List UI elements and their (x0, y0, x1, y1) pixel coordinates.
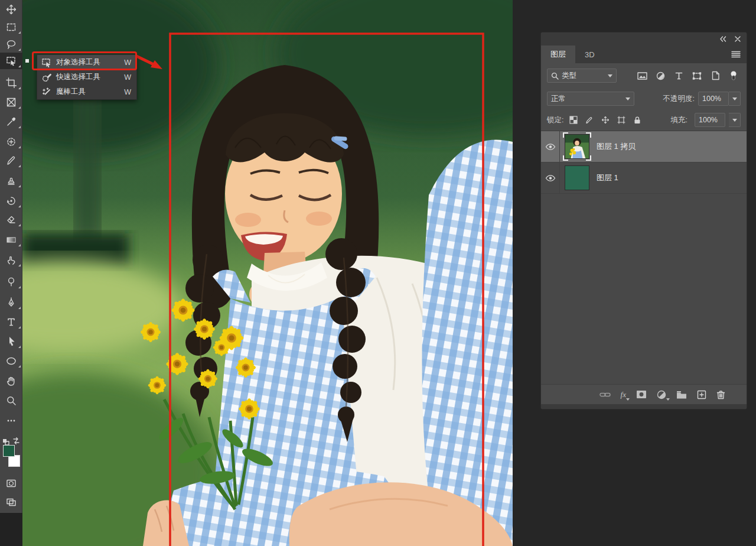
type-tool[interactable] (0, 314, 22, 330)
frame-tool[interactable] (0, 94, 22, 110)
delete-layer-button[interactable] (716, 390, 725, 399)
background-color-swatch[interactable] (8, 455, 20, 467)
menu-item-shortcut: W (124, 88, 131, 96)
panel-footer: fx (541, 384, 747, 404)
tab-3d[interactable]: 3D (575, 46, 604, 63)
new-layer-icon (697, 390, 706, 399)
opacity-input[interactable]: 100% (698, 92, 729, 106)
brush-tool[interactable] (0, 152, 22, 169)
collapse-panel-button[interactable] (719, 36, 726, 42)
filter-type-select[interactable]: 类型 (547, 69, 617, 83)
filter-row: 类型 (541, 63, 747, 88)
caret-icon (626, 398, 630, 401)
fill-dropdown-button[interactable] (729, 113, 741, 127)
filter-toggle-button[interactable] (726, 69, 741, 82)
ellipse-icon (6, 356, 17, 366)
path-select-icon (6, 336, 17, 347)
object-selection-icon (41, 57, 53, 68)
gradient-tool[interactable] (0, 232, 22, 248)
layer-style-button[interactable]: fx (621, 390, 626, 399)
adjustment-filter-icon (656, 72, 665, 80)
menu-item-object-selection[interactable]: 对象选择工具 W (37, 55, 136, 70)
close-panel-button[interactable] (735, 36, 741, 42)
type-filter-button[interactable] (672, 69, 686, 82)
new-layer-button[interactable] (697, 390, 706, 399)
canvas-area[interactable]: 对象选择工具 W 快速选择工具 W 魔棒工具 W (22, 0, 513, 546)
tab-layers[interactable]: 图层 (541, 46, 575, 63)
foreground-color-swatch[interactable] (3, 445, 15, 457)
fill-input[interactable]: 100% (695, 113, 725, 127)
adjustment-filter-button[interactable] (653, 69, 667, 82)
lock-all-button[interactable] (631, 113, 643, 126)
eye-icon (545, 174, 556, 182)
more-tools[interactable] (0, 412, 22, 429)
layer-thumbnail[interactable] (565, 165, 589, 190)
layer-thumbnail[interactable] (565, 134, 589, 159)
menu-item-magic-wand[interactable]: 魔棒工具 W (37, 84, 136, 99)
lasso-icon (6, 39, 17, 50)
path-select-tool[interactable] (0, 333, 22, 350)
shape-tool[interactable] (0, 353, 22, 369)
layer-name[interactable]: 图层 1 (597, 173, 618, 183)
eraser-icon (6, 214, 17, 225)
lock-row: 锁定: 填充: 100% (541, 109, 747, 131)
tools-toolbar (0, 0, 22, 513)
filter-type-value: 类型 (562, 71, 576, 81)
add-layer-mask-button[interactable] (636, 390, 647, 399)
search-icon (551, 72, 559, 80)
lock-pixels-icon (585, 116, 594, 124)
layer-row-copy[interactable]: 图层 1 拷贝 (541, 131, 747, 162)
caret-icon (666, 398, 670, 401)
shape-filter-button[interactable] (690, 69, 704, 82)
panel-resize-grip[interactable] (541, 404, 747, 409)
panel-menu-button[interactable] (725, 46, 747, 63)
healing-tool[interactable] (0, 134, 22, 150)
smudge-tool[interactable] (0, 252, 22, 268)
dodge-tool[interactable] (0, 274, 22, 290)
hand-tool[interactable] (0, 373, 22, 389)
layer-visibility-toggle[interactable] (541, 162, 560, 193)
new-adjustment-layer-button[interactable] (657, 390, 666, 399)
eraser-tool[interactable] (0, 212, 22, 228)
menu-item-quick-selection[interactable]: 快速选择工具 W (37, 70, 136, 84)
lasso-tool[interactable] (0, 36, 22, 53)
marquee-tool[interactable] (0, 19, 22, 35)
menu-item-shortcut: W (124, 58, 131, 67)
layer-row-1[interactable]: 图层 1 (541, 162, 747, 194)
thumbnail-bracket (586, 132, 591, 138)
thumbnail-bracket (586, 155, 591, 161)
object-selection-tool[interactable] (0, 53, 22, 69)
chevron-down-icon (625, 98, 630, 100)
lock-artboard-button[interactable] (615, 113, 627, 126)
lock-position-button[interactable] (599, 113, 611, 126)
history-brush-tool[interactable] (0, 193, 22, 209)
blend-mode-select[interactable]: 正常 (547, 92, 634, 106)
collapse-icon (719, 36, 726, 42)
crop-tool[interactable] (0, 74, 22, 91)
move-tool[interactable] (0, 1, 22, 18)
lock-transparency-button[interactable] (567, 113, 579, 126)
layer-name[interactable]: 图层 1 拷贝 (597, 141, 636, 152)
lock-pixels-button[interactable] (583, 113, 595, 126)
new-group-button[interactable] (676, 391, 687, 399)
layer-mask-icon (636, 390, 647, 399)
history-brush-icon (6, 196, 17, 206)
layer-visibility-toggle[interactable] (541, 131, 560, 162)
object-selection-icon (6, 56, 17, 66)
chevron-down-icon (732, 119, 737, 122)
gradient-icon (6, 235, 17, 245)
clone-stamp-icon (6, 176, 17, 186)
eyedropper-tool[interactable] (0, 113, 22, 130)
opacity-dropdown-button[interactable] (729, 92, 741, 106)
smart-object-filter-button[interactable] (708, 69, 722, 82)
pen-tool[interactable] (0, 294, 22, 311)
lock-all-icon (633, 116, 641, 124)
menu-item-label: 魔棒工具 (56, 87, 124, 97)
screen-mode[interactable] (0, 494, 22, 511)
link-layers-button[interactable] (599, 391, 611, 398)
delete-layer-icon (716, 390, 725, 399)
zoom-tool[interactable] (0, 392, 22, 409)
clone-stamp-tool[interactable] (0, 173, 22, 189)
quick-mask[interactable] (0, 475, 22, 492)
pixel-filter-button[interactable] (635, 69, 649, 82)
